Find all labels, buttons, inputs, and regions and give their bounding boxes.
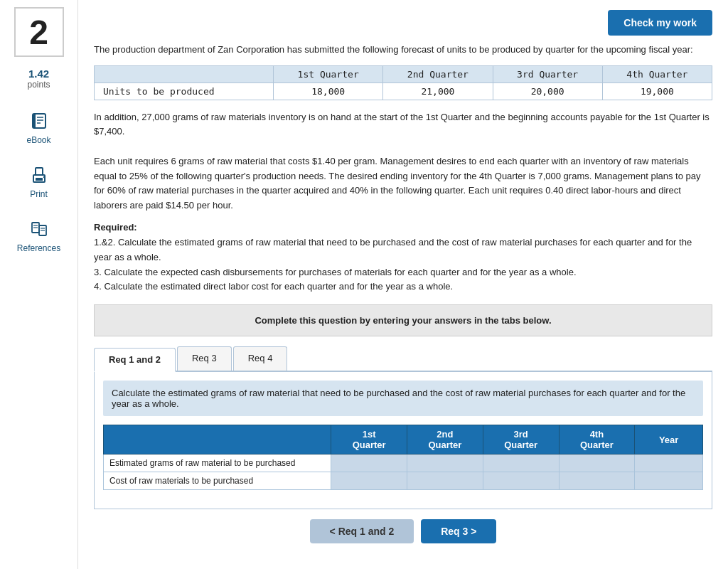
top-bar: Check my work — [94, 10, 712, 36]
main-content: Check my work The production department … — [78, 0, 728, 569]
answer-header-label — [104, 425, 331, 454]
answer-header-2nd: 2ndQuarter — [407, 425, 483, 454]
svg-rect-6 — [36, 168, 43, 175]
cost-year-input[interactable] — [635, 472, 702, 489]
cost-q4-cell[interactable] — [559, 472, 635, 490]
print-icon — [28, 164, 50, 186]
intro-text: The production department of Zan Corpora… — [94, 43, 712, 57]
required-item-1: 1.&2. Calculate the estimated grams of r… — [94, 235, 712, 265]
required-title: Required: — [94, 222, 712, 233]
grams-q2-cell[interactable] — [407, 454, 483, 472]
cost-q2-input[interactable] — [407, 472, 483, 489]
cost-label: Cost of raw materials to be purchased — [104, 472, 331, 490]
points-label: points — [27, 80, 50, 90]
units-header-q2: 2nd Quarter — [383, 65, 493, 83]
answer-header-3rd: 3rdQuarter — [483, 425, 559, 454]
units-q1: 18,000 — [274, 83, 383, 100]
answer-table: 1stQuarter 2ndQuarter 3rdQuarter 4thQuar… — [103, 425, 703, 490]
units-row: Units to be produced 18,000 21,000 20,00… — [95, 83, 712, 100]
answer-row-grams: Estimated grams of raw material to be pu… — [104, 454, 703, 472]
sidebar: 2 1.42 points eBook — [0, 0, 78, 569]
grams-year-cell[interactable] — [635, 454, 703, 472]
cost-q1-cell[interactable] — [331, 472, 407, 490]
units-header-q4: 4th Quarter — [602, 65, 712, 83]
grams-q3-input[interactable] — [483, 454, 559, 472]
answer-row-cost: Cost of raw materials to be purchased — [104, 472, 703, 490]
tab-instruction: Calculate the estimated grams of raw mat… — [103, 381, 703, 416]
references-button[interactable]: References — [0, 212, 77, 259]
details-text: In addition, 27,000 grams of raw materia… — [94, 110, 712, 214]
units-header-row-label — [95, 65, 274, 83]
grams-q4-input[interactable] — [560, 454, 635, 472]
grams-year-input[interactable] — [635, 454, 702, 472]
ebook-button[interactable]: eBook — [0, 104, 77, 151]
units-row-label: Units to be produced — [95, 83, 274, 100]
tabs-row: Req 1 and 2 Req 3 Req 4 — [94, 346, 712, 372]
grams-q3-cell[interactable] — [483, 454, 559, 472]
print-label: Print — [30, 189, 48, 199]
points-box: 1.42 points — [27, 68, 50, 90]
tab-req1and2[interactable]: Req 1 and 2 — [94, 348, 176, 372]
units-table: 1st Quarter 2nd Quarter 3rd Quarter 4th … — [94, 65, 712, 100]
tab-req4[interactable]: Req 4 — [233, 346, 288, 371]
units-q3: 20,000 — [493, 83, 602, 100]
points-value: 1.42 — [27, 68, 50, 80]
print-button[interactable]: Print — [0, 158, 77, 205]
grams-q2-input[interactable] — [407, 454, 483, 472]
answer-header-1st: 1stQuarter — [331, 425, 407, 454]
references-icon — [28, 218, 50, 240]
svg-rect-7 — [36, 178, 43, 181]
units-q2: 21,000 — [383, 83, 493, 100]
cost-q3-cell[interactable] — [483, 472, 559, 490]
grams-q1-input[interactable] — [331, 454, 407, 472]
required-item-2: 3. Calculate the expected cash disbursem… — [94, 265, 712, 280]
units-q4: 19,000 — [602, 83, 712, 100]
complete-box: Complete this question by entering your … — [94, 304, 712, 336]
units-header-q1: 1st Quarter — [274, 65, 383, 83]
next-button[interactable]: Req 3 > — [421, 519, 496, 543]
book-icon — [28, 110, 50, 132]
grams-q1-cell[interactable] — [331, 454, 407, 472]
check-work-button[interactable]: Check my work — [608, 10, 712, 36]
cost-q4-input[interactable] — [560, 472, 635, 489]
prev-button[interactable]: < Req 1 and 2 — [310, 519, 414, 543]
tab-content: Calculate the estimated grams of raw mat… — [94, 372, 712, 509]
units-header-q3: 3rd Quarter — [493, 65, 602, 83]
cost-q2-cell[interactable] — [407, 472, 483, 490]
ebook-label: eBook — [26, 135, 50, 145]
question-number: 2 — [14, 7, 64, 57]
cost-q1-input[interactable] — [331, 472, 407, 489]
grams-label: Estimated grams of raw material to be pu… — [104, 454, 331, 472]
tab-req3[interactable]: Req 3 — [177, 346, 232, 371]
nav-buttons: < Req 1 and 2 Req 3 > — [94, 519, 712, 543]
svg-rect-1 — [33, 114, 36, 128]
cost-q3-input[interactable] — [483, 472, 559, 489]
required-item-3: 4. Calculate the estimated direct labor … — [94, 280, 712, 294]
required-section: Required: 1.&2. Calculate the estimated … — [94, 222, 712, 294]
references-label: References — [17, 243, 60, 253]
answer-header-year: Year — [635, 425, 703, 454]
answer-header-4th: 4thQuarter — [559, 425, 635, 454]
grams-q4-cell[interactable] — [559, 454, 635, 472]
svg-point-8 — [43, 176, 44, 178]
cost-year-cell[interactable] — [635, 472, 703, 490]
